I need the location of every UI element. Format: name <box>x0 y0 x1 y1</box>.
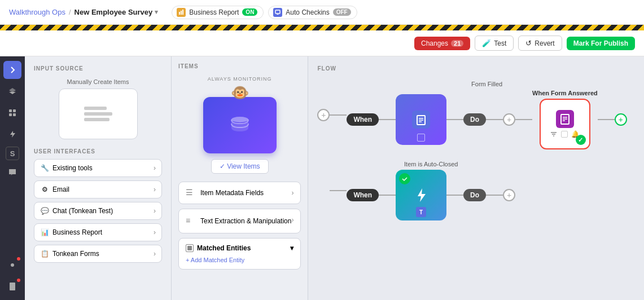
matched-entities-label: Matched Entities <box>197 244 251 252</box>
filter-icon <box>550 130 558 138</box>
add-action-button-1[interactable]: + <box>503 113 515 126</box>
form-filled-trigger-card[interactable] <box>396 94 446 145</box>
ui-item-existing-tools[interactable]: 🔧 Existing tools › <box>34 159 162 177</box>
when-pill-1[interactable]: When <box>347 113 379 126</box>
do-pill-1[interactable]: Do <box>463 113 486 126</box>
flow-column: FLOW + Form Filled When <box>308 56 644 300</box>
changes-label: Changes <box>421 39 448 47</box>
view-items-label: ✓ View Items <box>220 162 260 170</box>
svg-rect-8 <box>13 113 16 116</box>
sidebar-grid-icon[interactable] <box>3 104 21 122</box>
when-pill-2[interactable]: When <box>347 189 379 201</box>
user-interfaces-section: USER INTERFACES 🔧 Existing tools › ⚙ Ema… <box>34 148 162 263</box>
metadata-label: Item Metadata Fields <box>200 189 264 197</box>
tool-item-metadata[interactable]: ☰ Item Metadata Fields › <box>178 182 301 204</box>
t-icon: T <box>416 207 426 217</box>
chevron-right-icon-email: › <box>154 186 156 193</box>
monitoring-label: ALWAYS MONITORING <box>208 76 272 82</box>
auto-checkins-toggle[interactable]: OFF <box>333 8 351 16</box>
input-source-column: INPUT SOURCE Manually Create Items USER … <box>25 56 172 300</box>
sidebar-layers-icon[interactable] <box>3 82 21 100</box>
sidebar-lightning-icon[interactable] <box>3 125 21 143</box>
connector-3 <box>446 119 463 120</box>
add-action-button-r2[interactable]: + <box>503 189 515 201</box>
add-trigger-button-1[interactable]: + <box>317 109 330 121</box>
connector-1 <box>330 114 347 116</box>
tonkean-forms-icon: 📋 <box>40 249 49 258</box>
connector-r2-2 <box>379 195 396 196</box>
chevron-right-icon-br: › <box>154 228 156 236</box>
chevron-right-icon-tf: › <box>154 250 156 258</box>
matched-entities-section: Matched Entities ▾ + Add Matched Entity <box>178 238 301 270</box>
list-line-2 <box>84 112 112 116</box>
sidebar-s-icon[interactable]: S <box>6 147 19 160</box>
items-label: ITEMS <box>178 63 301 69</box>
list-icon <box>84 107 112 121</box>
input-source-label: INPUT SOURCE <box>34 65 162 72</box>
test-button[interactable]: 🧪 Test <box>475 36 514 51</box>
chevron-right-icon: › <box>154 164 156 172</box>
svg-rect-3 <box>275 10 280 14</box>
auto-closed-trigger-wrap: T <box>396 170 446 220</box>
flow-row-1: + Form Filled When <box>317 81 635 149</box>
database-icon <box>229 114 251 136</box>
manually-create-card[interactable] <box>59 89 138 139</box>
text-extraction-label: Text Extraction & Manipulation <box>200 217 291 225</box>
toolbar: Changes 21 🧪 Test ↺ Revert Mark For Publ… <box>0 30 644 56</box>
canvas-area: INPUT SOURCE Manually Create Items USER … <box>25 56 644 300</box>
sidebar-page-icon[interactable] <box>3 277 21 295</box>
metadata-icon: ☰ <box>186 188 196 198</box>
sidebar-arrow-icon[interactable] <box>3 61 21 79</box>
auto-closed-trigger-card[interactable]: T <box>396 170 446 220</box>
flow-row-2: Item is Auto-Closed When T <box>317 161 635 220</box>
chevron-text-extraction: › <box>291 216 293 224</box>
nav-walkthrough-link[interactable]: Walkthrough Ops <box>9 8 65 16</box>
nav-chevron-icon[interactable]: ▾ <box>155 8 158 16</box>
when-form-answered-card[interactable]: ✓ 🔔 <box>540 99 590 149</box>
check-icon: ✓ <box>576 135 586 145</box>
lightning-trigger-icon <box>413 187 429 203</box>
list-line-3 <box>84 118 109 121</box>
chart-icon <box>177 8 186 17</box>
warning-stripe <box>0 25 644 30</box>
svg-rect-0 <box>179 12 180 15</box>
svg-point-9 <box>11 263 14 267</box>
changes-badge: 21 <box>451 40 463 47</box>
revert-label: Revert <box>535 39 554 47</box>
sidebar-message-icon[interactable] <box>3 164 21 182</box>
sidebar-tools-icon[interactable] <box>3 256 21 274</box>
matched-chevron-icon[interactable]: ▾ <box>290 244 293 252</box>
business-report-ui-label: Business Report <box>52 228 102 236</box>
changes-button[interactable]: Changes 21 <box>414 37 470 50</box>
add-matched-entity-button[interactable]: + Add Matched Entity <box>186 257 293 263</box>
do-pill-2[interactable]: Do <box>463 189 486 201</box>
db-card[interactable] <box>203 97 277 153</box>
nav-pills: Business Report ON Auto Checkins OFF <box>172 6 357 19</box>
email-label: Email <box>52 186 69 193</box>
existing-tools-label: Existing tools <box>52 164 93 172</box>
tool-item-text-extraction[interactable]: ≡ Text Extraction & Manipulation › <box>178 209 301 233</box>
connector-4 <box>486 119 503 120</box>
view-items-button[interactable]: ✓ View Items <box>211 159 269 174</box>
connector-6 <box>598 119 615 120</box>
ui-item-email[interactable]: ⚙ Email › <box>34 180 162 198</box>
auto-checkins-label: Auto Checkins <box>286 8 329 16</box>
add-action-button-2[interactable]: + <box>615 113 627 126</box>
ui-item-chat[interactable]: 💬 Chat (Tonkean Test) › <box>34 202 162 220</box>
top-nav: Walkthrough Ops / New Employee Survey ▾ … <box>0 0 644 25</box>
business-report-toggle[interactable]: ON <box>242 8 257 16</box>
business-report-icon: 📊 <box>40 228 49 237</box>
auto-checkins-pill[interactable]: Auto Checkins OFF <box>268 6 357 19</box>
publish-button[interactable]: Mark For Publish <box>567 37 635 50</box>
ui-item-tonkean-forms[interactable]: 📋 Tonkean Forms › <box>34 245 162 263</box>
svg-rect-1 <box>181 11 182 15</box>
ui-item-business-report[interactable]: 📊 Business Report › <box>34 223 162 241</box>
monkey-icon: 🐵 <box>231 84 249 102</box>
connector-2 <box>379 119 396 120</box>
form-filled-trigger-wrap <box>396 94 446 145</box>
svg-rect-6 <box>13 109 16 112</box>
business-report-pill[interactable]: Business Report ON <box>172 6 264 19</box>
form-icon <box>412 111 430 129</box>
revert-button[interactable]: ↺ Revert <box>518 36 562 51</box>
text-extraction-icon: ≡ <box>186 216 196 226</box>
